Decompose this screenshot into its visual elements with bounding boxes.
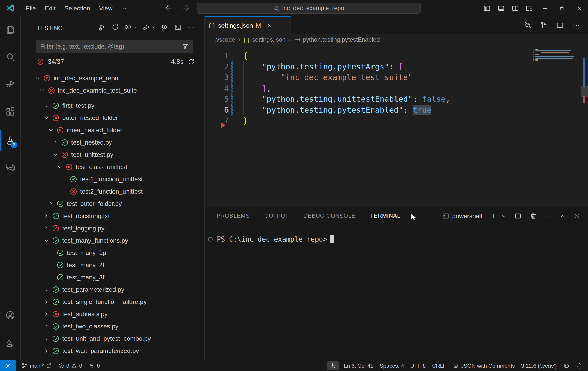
test-tree-item[interactable]: test_many_functions.py	[21, 234, 204, 247]
rerun-icon[interactable]	[188, 58, 195, 65]
remote-indicator[interactable]	[0, 360, 16, 371]
code-editor[interactable]: 1{2"python.testing.pytestArgs": [3"inc_d…	[205, 45, 588, 207]
debug-all-tests-button[interactable]	[143, 23, 156, 31]
refresh-tests-button[interactable]	[111, 23, 119, 31]
terminal-viewport[interactable]: PS C:\inc_dec_example_repo>	[205, 225, 588, 243]
terminal-shell-item[interactable]: powershell	[442, 212, 482, 220]
test-tree-item[interactable]: inner_nested_folder	[21, 124, 204, 136]
breadcrumb-item[interactable]: .vscode	[214, 36, 235, 43]
minimize-button[interactable]	[536, 0, 554, 16]
encoding-item[interactable]: UTF-8	[407, 360, 429, 371]
minimap[interactable]	[535, 49, 574, 61]
test-tree-item[interactable]: inc_dec_example_test_suite	[21, 84, 204, 97]
filter-icon[interactable]	[182, 43, 189, 50]
open-preview-icon[interactable]	[540, 21, 548, 29]
test-tree-item[interactable]: test_single_function_failure.py	[21, 296, 204, 308]
customize-layout-icon[interactable]	[522, 0, 536, 16]
run-failed-tests-button[interactable]	[98, 23, 106, 31]
cursor-position-item[interactable]: Ln 6, Col 41	[341, 360, 376, 371]
test-tree-item[interactable]: inc_dec_example_repo	[21, 72, 204, 84]
indentation-item[interactable]: Spaces: 4	[376, 360, 407, 371]
test-tree-item[interactable]: test_unit_and_pytest_combo.py	[21, 332, 204, 345]
code-line[interactable]: 5"python.testing.unittestEnabled": false…	[205, 94, 588, 105]
tab-settings-json[interactable]: { } settings.json M	[205, 16, 291, 34]
kill-terminal-icon[interactable]	[530, 212, 537, 220]
launch-profile-chevron-icon[interactable]	[501, 213, 507, 219]
maximize-panel-icon[interactable]	[559, 213, 566, 219]
code-line[interactable]: 1{	[205, 50, 588, 61]
navigate-back-icon[interactable]	[164, 4, 173, 13]
activity-item-run-and-debug[interactable]	[0, 74, 20, 94]
panel-tab-problems[interactable]: PROBLEMS	[217, 208, 250, 224]
language-mode-item[interactable]: JSON with Comments	[449, 360, 518, 371]
problems-item[interactable]: 0 0	[55, 360, 85, 371]
navigate-forward-icon[interactable]	[182, 4, 190, 13]
code-line[interactable]: 4],	[205, 83, 588, 94]
menu-file[interactable]: File	[21, 0, 40, 16]
split-terminal-icon[interactable]	[514, 212, 522, 220]
new-terminal-icon[interactable]	[490, 212, 497, 220]
command-center-search[interactable]: inc_dec_example_repo	[197, 3, 421, 14]
split-editor-icon[interactable]	[556, 21, 564, 29]
test-tree-item[interactable]: test_outer_folder.py	[21, 198, 204, 210]
test-tree-item[interactable]: test_many_3f	[21, 271, 204, 283]
test-tree-item[interactable]: test_nested.py	[21, 136, 204, 148]
restore-button[interactable]	[554, 0, 571, 16]
run-all-tests-button[interactable]	[124, 23, 137, 31]
test-tree-item[interactable]: test_many_2f	[21, 259, 204, 271]
code-line[interactable]: 3"inc_dec_example_test_suite"	[205, 72, 588, 83]
test-tree-item[interactable]: first_test.py	[21, 99, 204, 112]
notifications-item[interactable]	[573, 360, 588, 371]
code-line[interactable]: 2"python.testing.pytestArgs": [	[205, 61, 588, 72]
menu-selection[interactable]: Selection	[60, 0, 95, 16]
activity-item-explorer[interactable]	[0, 20, 20, 40]
zoom-status-button[interactable]	[327, 361, 339, 370]
panel-tab-terminal[interactable]: TERMINAL	[370, 208, 400, 224]
activity-item-search[interactable]	[0, 47, 20, 67]
panel-tab-debug-console[interactable]: DEBUG CONSOLE	[303, 208, 356, 224]
test-tree-item[interactable]: test_unittest.py	[21, 148, 204, 161]
test-tree-item[interactable]: test_many_1p	[21, 247, 204, 259]
command-decoration-icon[interactable]	[208, 237, 213, 242]
open-changes-icon[interactable]	[524, 21, 532, 29]
copilot-item[interactable]	[560, 360, 573, 371]
show-test-output-button[interactable]	[174, 23, 182, 31]
toggle-secondary-sidebar-icon[interactable]	[508, 0, 522, 16]
more-actions-icon[interactable]	[572, 21, 580, 29]
breadcrumb-item[interactable]: python.testing.pytestEnabled	[294, 36, 380, 43]
test-tree-item[interactable]: test_wait_parameterized.py	[21, 345, 204, 357]
menu-view[interactable]: View	[95, 0, 117, 16]
editor-scrollbar[interactable]	[581, 86, 588, 97]
code-line[interactable]: 7}	[205, 115, 588, 126]
breadcrumb-item[interactable]: { }settings.json	[243, 36, 285, 43]
panel-views-more-icon[interactable]	[545, 213, 551, 219]
ports-item[interactable]: 0	[85, 360, 103, 371]
close-panel-icon[interactable]	[574, 213, 581, 219]
activity-item-python-environments[interactable]	[0, 334, 20, 354]
python-interpreter-item[interactable]: 3.12.6 ('.venv')	[518, 360, 560, 371]
test-tree-item[interactable]: test_parameterized.py	[21, 283, 204, 296]
git-branch-item[interactable]: main*	[18, 360, 55, 371]
activity-item-extensions[interactable]	[0, 101, 20, 122]
toggle-panel-icon[interactable]	[494, 0, 508, 16]
run-tests-with-coverage-button[interactable]	[161, 23, 169, 31]
test-filter-input[interactable]: Filter (e.g. text, !exclude, @tag)	[36, 40, 193, 53]
test-tree-item[interactable]: test2_function_unittest	[21, 185, 204, 198]
test-tree-item[interactable]: test1_function_unittest	[21, 173, 204, 185]
test-tree-item[interactable]: outer_nested_folder	[21, 112, 204, 124]
panel-tab-output[interactable]: OUTPUT	[264, 208, 289, 224]
test-tree-item[interactable]: test_class_unittest	[21, 161, 204, 173]
eol-item[interactable]: CRLF	[429, 360, 449, 371]
test-tree-item[interactable]: test_docstring.txt	[21, 210, 204, 222]
activity-item-accounts[interactable]	[0, 305, 20, 325]
more-actions-button[interactable]	[187, 23, 195, 31]
activity-item-chat[interactable]	[0, 157, 20, 177]
menu-edit[interactable]: Edit	[40, 0, 60, 16]
close-tab-icon[interactable]	[267, 22, 273, 29]
test-tree-item[interactable]: test_two_classes.py	[21, 320, 204, 332]
close-window-button[interactable]	[571, 0, 588, 16]
activity-item-testing[interactable]: 3	[0, 130, 20, 151]
more-menus-icon[interactable]	[117, 5, 131, 12]
test-tree-item[interactable]: test_logging.py	[21, 222, 204, 234]
code-line[interactable]: 6"python.testing.pytestEnabled": true	[205, 105, 588, 116]
